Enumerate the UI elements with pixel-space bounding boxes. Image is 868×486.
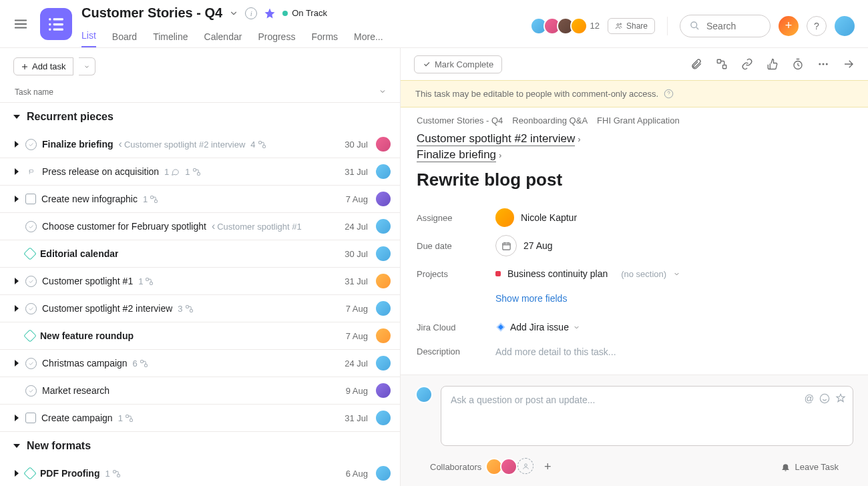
project-title[interactable]: Customer Stories - Q4 bbox=[81, 5, 222, 21]
task-assignee-avatar[interactable] bbox=[375, 327, 392, 344]
attachment-icon[interactable] bbox=[690, 58, 702, 70]
info-icon[interactable]: i bbox=[245, 7, 257, 19]
quick-add-button[interactable]: + bbox=[779, 16, 799, 36]
parent-task-link-1[interactable]: Customer spotlight #2 interview bbox=[417, 132, 575, 146]
task-assignee-avatar[interactable] bbox=[375, 218, 392, 235]
task-complete-toggle[interactable] bbox=[23, 247, 37, 260]
appreciate-icon[interactable] bbox=[835, 393, 846, 406]
like-icon[interactable] bbox=[767, 58, 779, 70]
task-complete-toggle[interactable] bbox=[25, 303, 37, 314]
tab-more[interactable]: More... bbox=[354, 31, 383, 47]
column-menu-chevron-icon[interactable] bbox=[379, 87, 387, 95]
description-input[interactable]: Add more detail to this task... bbox=[495, 346, 616, 357]
task-complete-toggle[interactable] bbox=[25, 166, 37, 178]
tab-board[interactable]: Board bbox=[112, 31, 137, 47]
tab-calendar[interactable]: Calendar bbox=[204, 31, 242, 47]
expand-toggle[interactable] bbox=[13, 168, 20, 175]
breadcrumb-item[interactable]: Reonboarding Q&A bbox=[512, 115, 588, 126]
task-complete-toggle[interactable] bbox=[25, 385, 37, 397]
tab-list[interactable]: List bbox=[81, 30, 96, 47]
task-row[interactable]: Customer spotlight #11 31 Jul bbox=[0, 268, 400, 295]
task-complete-toggle[interactable] bbox=[25, 358, 37, 369]
task-assignee-avatar[interactable] bbox=[375, 136, 392, 153]
task-row[interactable]: Press release on acquisition1 1 31 Jul bbox=[0, 158, 400, 186]
section-header[interactable]: New formats bbox=[0, 432, 400, 460]
tab-timeline[interactable]: Timeline bbox=[153, 31, 188, 47]
task-assignee-avatar[interactable] bbox=[375, 409, 392, 427]
tab-forms[interactable]: Forms bbox=[311, 31, 338, 47]
expand-toggle[interactable] bbox=[13, 278, 20, 284]
expand-toggle[interactable] bbox=[13, 415, 20, 421]
expand-toggle[interactable] bbox=[13, 196, 20, 202]
more-icon[interactable] bbox=[817, 58, 829, 70]
self-avatar[interactable] bbox=[835, 16, 855, 36]
task-complete-toggle[interactable] bbox=[23, 329, 37, 342]
task-complete-toggle[interactable] bbox=[25, 194, 36, 204]
task-name: Create new infographic bbox=[41, 194, 138, 204]
parent-task-link-2[interactable]: Finalize briefing bbox=[417, 148, 496, 162]
expand-toggle[interactable] bbox=[13, 360, 20, 367]
task-title[interactable]: Rewrite blog post bbox=[417, 170, 852, 190]
project-menu-chevron-icon[interactable] bbox=[229, 9, 238, 18]
link-icon[interactable] bbox=[741, 58, 753, 70]
subtask-icon[interactable] bbox=[716, 58, 728, 70]
task-assignee-avatar[interactable] bbox=[375, 163, 392, 180]
task-row[interactable]: PDF Proofing1 6 Aug bbox=[0, 460, 400, 486]
subtask-count: 1 bbox=[105, 469, 120, 479]
task-row[interactable]: Customer spotlight #2 interview3 7 Aug bbox=[0, 295, 400, 322]
share-button[interactable]: Share bbox=[608, 18, 655, 34]
task-assignee-avatar[interactable] bbox=[375, 190, 392, 208]
task-row[interactable]: Finalize briefing‹ Customer spotlight #2… bbox=[0, 131, 400, 158]
task-complete-toggle[interactable] bbox=[25, 413, 36, 423]
add-task-button[interactable]: Add task bbox=[13, 57, 73, 75]
task-row[interactable]: Choose customer for February spotlight‹ … bbox=[0, 213, 400, 240]
comment-input[interactable]: Ask a question or post an update... @ bbox=[441, 386, 853, 446]
close-panel-icon[interactable] bbox=[843, 58, 855, 70]
task-complete-toggle[interactable] bbox=[25, 276, 37, 287]
task-assignee-avatar[interactable] bbox=[375, 382, 392, 399]
task-complete-toggle[interactable] bbox=[25, 221, 37, 232]
breadcrumb-item[interactable]: FHI Grant Application bbox=[597, 115, 680, 126]
task-row[interactable]: Market research9 Aug bbox=[0, 377, 400, 405]
emoji-icon[interactable] bbox=[819, 393, 830, 406]
tab-progress[interactable]: Progress bbox=[258, 31, 295, 47]
task-assignee-avatar[interactable] bbox=[375, 245, 392, 262]
expand-toggle[interactable] bbox=[13, 470, 20, 477]
project-status[interactable]: On Track bbox=[282, 8, 327, 18]
task-assignee-avatar[interactable] bbox=[375, 354, 392, 372]
breadcrumb-item[interactable]: Customer Stories - Q4 bbox=[417, 115, 503, 126]
search-input[interactable] bbox=[680, 15, 771, 37]
task-assignee-avatar[interactable] bbox=[375, 465, 392, 482]
svg-rect-16 bbox=[146, 278, 149, 280]
projects-value[interactable]: Business continuity plan (no section) bbox=[495, 268, 680, 279]
task-row[interactable]: Christmas campaign6 24 Jul bbox=[0, 350, 400, 377]
add-task-menu[interactable] bbox=[79, 57, 95, 75]
add-collaborator-button[interactable]: + bbox=[540, 459, 555, 474]
at-mention-icon[interactable]: @ bbox=[805, 393, 814, 406]
banner-help-icon[interactable] bbox=[664, 89, 674, 99]
mark-complete-button[interactable]: Mark Complete bbox=[414, 55, 502, 73]
task-complete-toggle[interactable] bbox=[25, 139, 37, 150]
task-row[interactable]: Create campaign1 31 Jul bbox=[0, 405, 400, 432]
add-jira-button[interactable]: Add Jira issue bbox=[495, 322, 580, 332]
section-header[interactable]: Recurrent pieces bbox=[0, 103, 400, 131]
member-avatars[interactable]: 12 bbox=[534, 17, 600, 35]
sidebar-toggle[interactable] bbox=[13, 0, 28, 47]
star-icon[interactable] bbox=[264, 7, 276, 19]
expand-toggle[interactable] bbox=[13, 141, 20, 148]
assignee-value[interactable]: Nicole Kaptur bbox=[495, 208, 577, 227]
show-more-fields[interactable]: Show more fields bbox=[495, 293, 852, 304]
task-assignee-avatar[interactable] bbox=[375, 272, 392, 290]
leave-task-button[interactable]: Leave Task bbox=[781, 462, 839, 472]
task-complete-toggle[interactable] bbox=[23, 467, 37, 480]
help-button[interactable]: ? bbox=[807, 16, 827, 36]
task-row[interactable]: Create new infographic1 7 Aug bbox=[0, 186, 400, 213]
task-assignee-avatar[interactable] bbox=[375, 300, 392, 317]
task-row[interactable]: New feature roundup7 Aug bbox=[0, 322, 400, 350]
task-row[interactable]: Editorial calendar30 Jul bbox=[0, 240, 400, 268]
due-date-value[interactable]: 27 Aug bbox=[495, 235, 553, 256]
timer-icon[interactable] bbox=[792, 58, 804, 70]
parent-ref: ‹ Customer spotlight #1 bbox=[212, 222, 302, 232]
collaborator-avatars[interactable] bbox=[488, 458, 533, 475]
expand-toggle[interactable] bbox=[13, 305, 20, 312]
